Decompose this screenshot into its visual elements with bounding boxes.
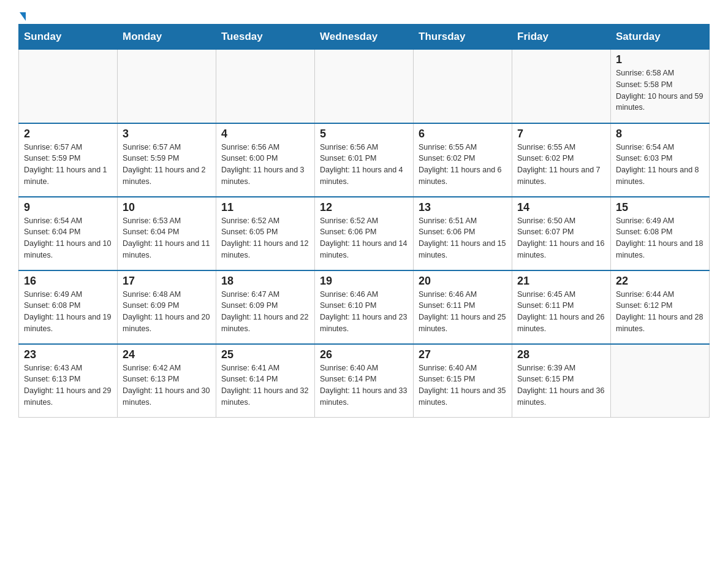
- day-number: 11: [221, 201, 309, 214]
- day-header-tuesday: Tuesday: [216, 25, 315, 50]
- day-header-wednesday: Wednesday: [315, 25, 414, 50]
- calendar-day-cell: 4Sunrise: 6:56 AM Sunset: 6:00 PM Daylig…: [216, 123, 315, 197]
- day-info: Sunrise: 6:56 AM Sunset: 6:00 PM Dayligh…: [221, 142, 309, 188]
- calendar-week-row: 23Sunrise: 6:43 AM Sunset: 6:13 PM Dayli…: [19, 344, 710, 418]
- day-number: 12: [320, 201, 408, 214]
- day-info: Sunrise: 6:43 AM Sunset: 6:13 PM Dayligh…: [24, 362, 112, 408]
- calendar-week-row: 16Sunrise: 6:49 AM Sunset: 6:08 PM Dayli…: [19, 270, 710, 344]
- calendar-table: SundayMondayTuesdayWednesdayThursdayFrid…: [18, 24, 710, 418]
- day-header-thursday: Thursday: [414, 25, 512, 50]
- day-info: Sunrise: 6:40 AM Sunset: 6:15 PM Dayligh…: [419, 362, 507, 408]
- day-number: 20: [419, 275, 507, 288]
- day-number: 19: [320, 275, 408, 288]
- calendar-day-cell: 23Sunrise: 6:43 AM Sunset: 6:13 PM Dayli…: [19, 344, 118, 418]
- calendar-day-cell: 10Sunrise: 6:53 AM Sunset: 6:04 PM Dayli…: [118, 197, 216, 270]
- calendar-day-cell: 22Sunrise: 6:44 AM Sunset: 6:12 PM Dayli…: [611, 270, 710, 344]
- calendar-day-cell: 19Sunrise: 6:46 AM Sunset: 6:10 PM Dayli…: [315, 270, 414, 344]
- page-header: [18, 12, 710, 18]
- calendar-day-cell: 7Sunrise: 6:55 AM Sunset: 6:02 PM Daylig…: [512, 123, 611, 197]
- calendar-day-cell: [118, 50, 216, 123]
- day-number: 9: [24, 201, 112, 214]
- logo: [18, 12, 26, 18]
- day-number: 8: [616, 128, 704, 140]
- day-number: 1: [616, 53, 704, 66]
- calendar-day-cell: 15Sunrise: 6:49 AM Sunset: 6:08 PM Dayli…: [611, 197, 710, 270]
- day-number: 27: [419, 348, 507, 361]
- calendar-day-cell: [216, 50, 315, 123]
- calendar-day-cell: [315, 50, 414, 123]
- calendar-week-row: 1Sunrise: 6:58 AM Sunset: 5:58 PM Daylig…: [19, 50, 710, 123]
- day-number: 4: [221, 128, 309, 140]
- calendar-day-cell: 25Sunrise: 6:41 AM Sunset: 6:14 PM Dayli…: [216, 344, 315, 418]
- day-info: Sunrise: 6:49 AM Sunset: 6:08 PM Dayligh…: [616, 215, 704, 261]
- day-info: Sunrise: 6:57 AM Sunset: 5:59 PM Dayligh…: [24, 142, 112, 188]
- calendar-day-cell: [512, 50, 611, 123]
- day-number: 17: [123, 275, 211, 288]
- calendar-day-cell: 2Sunrise: 6:57 AM Sunset: 5:59 PM Daylig…: [19, 123, 118, 197]
- day-number: 7: [517, 128, 605, 140]
- calendar-day-cell: [414, 50, 512, 123]
- calendar-day-cell: 26Sunrise: 6:40 AM Sunset: 6:14 PM Dayli…: [315, 344, 414, 418]
- day-number: 6: [419, 128, 507, 140]
- day-number: 18: [221, 275, 309, 288]
- day-info: Sunrise: 6:56 AM Sunset: 6:01 PM Dayligh…: [320, 142, 408, 188]
- day-header-sunday: Sunday: [19, 25, 118, 50]
- day-info: Sunrise: 6:54 AM Sunset: 6:03 PM Dayligh…: [616, 142, 704, 188]
- day-header-monday: Monday: [118, 25, 216, 50]
- day-info: Sunrise: 6:46 AM Sunset: 6:11 PM Dayligh…: [419, 289, 507, 335]
- day-number: 15: [616, 201, 704, 214]
- day-info: Sunrise: 6:53 AM Sunset: 6:04 PM Dayligh…: [123, 215, 211, 261]
- day-number: 26: [320, 348, 408, 361]
- day-info: Sunrise: 6:48 AM Sunset: 6:09 PM Dayligh…: [123, 289, 211, 335]
- calendar-day-cell: 24Sunrise: 6:42 AM Sunset: 6:13 PM Dayli…: [118, 344, 216, 418]
- day-info: Sunrise: 6:50 AM Sunset: 6:07 PM Dayligh…: [517, 215, 605, 261]
- day-info: Sunrise: 6:46 AM Sunset: 6:10 PM Dayligh…: [320, 289, 408, 335]
- day-number: 24: [123, 348, 211, 361]
- calendar-day-cell: 13Sunrise: 6:51 AM Sunset: 6:06 PM Dayli…: [414, 197, 512, 270]
- calendar-day-cell: [611, 344, 710, 418]
- day-info: Sunrise: 6:42 AM Sunset: 6:13 PM Dayligh…: [123, 362, 211, 408]
- day-header-saturday: Saturday: [611, 25, 710, 50]
- calendar-day-cell: 18Sunrise: 6:47 AM Sunset: 6:09 PM Dayli…: [216, 270, 315, 344]
- day-info: Sunrise: 6:52 AM Sunset: 6:06 PM Dayligh…: [320, 215, 408, 261]
- day-info: Sunrise: 6:51 AM Sunset: 6:06 PM Dayligh…: [419, 215, 507, 261]
- calendar-day-cell: 5Sunrise: 6:56 AM Sunset: 6:01 PM Daylig…: [315, 123, 414, 197]
- day-info: Sunrise: 6:39 AM Sunset: 6:15 PM Dayligh…: [517, 362, 605, 408]
- calendar-day-cell: 20Sunrise: 6:46 AM Sunset: 6:11 PM Dayli…: [414, 270, 512, 344]
- day-number: 22: [616, 275, 704, 288]
- day-number: 2: [24, 128, 112, 140]
- calendar-day-cell: 6Sunrise: 6:55 AM Sunset: 6:02 PM Daylig…: [414, 123, 512, 197]
- calendar-day-cell: 16Sunrise: 6:49 AM Sunset: 6:08 PM Dayli…: [19, 270, 118, 344]
- day-number: 21: [517, 275, 605, 288]
- calendar-day-cell: 28Sunrise: 6:39 AM Sunset: 6:15 PM Dayli…: [512, 344, 611, 418]
- day-info: Sunrise: 6:54 AM Sunset: 6:04 PM Dayligh…: [24, 215, 112, 261]
- day-number: 28: [517, 348, 605, 361]
- calendar-day-cell: 3Sunrise: 6:57 AM Sunset: 5:59 PM Daylig…: [118, 123, 216, 197]
- day-info: Sunrise: 6:41 AM Sunset: 6:14 PM Dayligh…: [221, 362, 309, 408]
- day-info: Sunrise: 6:55 AM Sunset: 6:02 PM Dayligh…: [419, 142, 507, 188]
- day-info: Sunrise: 6:45 AM Sunset: 6:11 PM Dayligh…: [517, 289, 605, 335]
- day-number: 25: [221, 348, 309, 361]
- calendar-day-cell: 1Sunrise: 6:58 AM Sunset: 5:58 PM Daylig…: [611, 50, 710, 123]
- calendar-day-cell: 27Sunrise: 6:40 AM Sunset: 6:15 PM Dayli…: [414, 344, 512, 418]
- calendar-header-row: SundayMondayTuesdayWednesdayThursdayFrid…: [19, 25, 710, 50]
- day-info: Sunrise: 6:49 AM Sunset: 6:08 PM Dayligh…: [24, 289, 112, 335]
- day-number: 10: [123, 201, 211, 214]
- day-info: Sunrise: 6:57 AM Sunset: 5:59 PM Dayligh…: [123, 142, 211, 188]
- calendar-week-row: 9Sunrise: 6:54 AM Sunset: 6:04 PM Daylig…: [19, 197, 710, 270]
- calendar-week-row: 2Sunrise: 6:57 AM Sunset: 5:59 PM Daylig…: [19, 123, 710, 197]
- calendar-day-cell: 21Sunrise: 6:45 AM Sunset: 6:11 PM Dayli…: [512, 270, 611, 344]
- calendar-day-cell: 11Sunrise: 6:52 AM Sunset: 6:05 PM Dayli…: [216, 197, 315, 270]
- day-info: Sunrise: 6:40 AM Sunset: 6:14 PM Dayligh…: [320, 362, 408, 408]
- day-info: Sunrise: 6:44 AM Sunset: 6:12 PM Dayligh…: [616, 289, 704, 335]
- day-info: Sunrise: 6:52 AM Sunset: 6:05 PM Dayligh…: [221, 215, 309, 261]
- calendar-day-cell: 14Sunrise: 6:50 AM Sunset: 6:07 PM Dayli…: [512, 197, 611, 270]
- day-number: 23: [24, 348, 112, 361]
- day-number: 16: [24, 275, 112, 288]
- calendar-day-cell: [19, 50, 118, 123]
- day-number: 5: [320, 128, 408, 140]
- day-number: 13: [419, 201, 507, 214]
- day-number: 3: [123, 128, 211, 140]
- logo-triangle-icon: [20, 12, 26, 21]
- day-info: Sunrise: 6:47 AM Sunset: 6:09 PM Dayligh…: [221, 289, 309, 335]
